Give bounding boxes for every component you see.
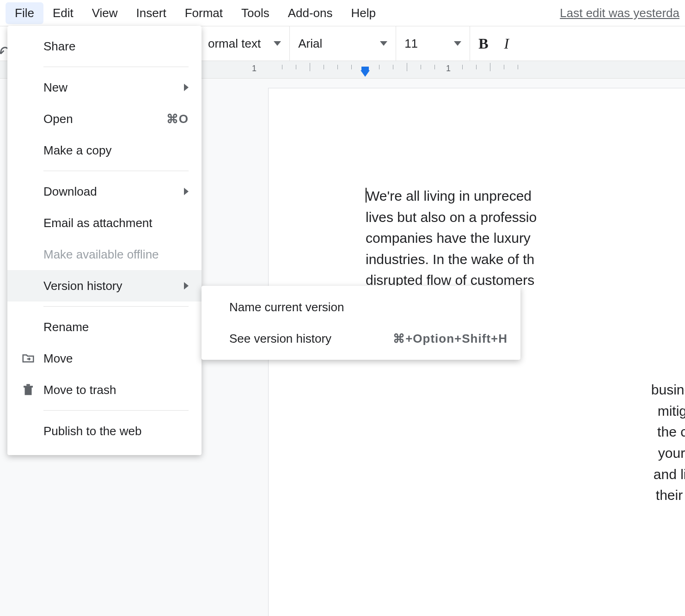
chevron-down-icon xyxy=(454,41,461,46)
menuitem-see-version-history[interactable]: See version history ⌘+Option+Shift+H xyxy=(202,323,520,354)
menuitem-shortcut: ⌘O xyxy=(166,112,189,126)
file-dropdown: Share New Open ⌘O Make a copy Download E… xyxy=(7,26,202,455)
submenu-arrow-icon xyxy=(184,282,189,290)
menuitem-publish-web[interactable]: Publish to the web xyxy=(7,415,202,447)
ruler-mark: 1 xyxy=(252,64,257,74)
version-history-submenu: Name current version See version history… xyxy=(202,286,520,360)
menuitem-label: Publish to the web xyxy=(43,424,141,438)
menu-format[interactable]: Format xyxy=(176,2,232,24)
menuitem-move-trash[interactable]: Move to trash xyxy=(7,374,202,406)
menuitem-email-attachment[interactable]: Email as attachment xyxy=(7,207,202,239)
menuitem-label: New xyxy=(43,80,67,95)
chevron-down-icon xyxy=(274,41,281,46)
menuitem-make-offline: Make available offline xyxy=(7,239,202,270)
menu-help[interactable]: Help xyxy=(342,2,385,24)
font-size-label: 11 xyxy=(404,37,418,51)
menuitem-move[interactable]: Move xyxy=(7,343,202,374)
menuitem-name-current-version[interactable]: Name current version xyxy=(202,291,520,323)
menuitem-make-copy[interactable]: Make a copy xyxy=(7,135,202,166)
menuitem-label: Email as attachment xyxy=(43,216,153,230)
menu-separator xyxy=(43,306,189,307)
bold-button[interactable]: B xyxy=(478,35,488,52)
indent-marker-icon[interactable] xyxy=(361,70,370,77)
italic-button[interactable]: I xyxy=(504,35,509,52)
font-size-select[interactable]: 11 xyxy=(396,26,470,61)
menuitem-label: Make available offline xyxy=(43,247,159,262)
font-family-select[interactable]: Arial xyxy=(290,26,396,61)
svg-rect-1 xyxy=(24,386,33,388)
menuitem-label: Rename xyxy=(43,320,89,334)
menuitem-label: Make a copy xyxy=(43,143,111,158)
menuitem-rename[interactable]: Rename xyxy=(7,311,202,343)
svg-rect-0 xyxy=(25,388,32,395)
menuitem-label: Move xyxy=(43,351,73,366)
menuitem-label: Name current version xyxy=(229,300,344,314)
paragraph-style-label: ormal text xyxy=(208,37,261,51)
menu-bar: File Edit View Insert Format Tools Add-o… xyxy=(0,0,685,26)
menuitem-label: Share xyxy=(43,39,75,54)
menu-separator xyxy=(43,410,189,411)
menuitem-label: Download xyxy=(43,185,97,199)
menuitem-label: Open xyxy=(43,112,73,126)
menuitem-label: Move to trash xyxy=(43,383,116,397)
menuitem-label: Version history xyxy=(43,279,122,293)
menu-separator xyxy=(43,67,189,67)
menuitem-new[interactable]: New xyxy=(7,72,202,103)
document-paragraph: We're all living in unpreced lives but a… xyxy=(366,188,537,288)
chevron-down-icon xyxy=(380,41,387,46)
submenu-arrow-icon xyxy=(184,188,189,195)
last-edit-link[interactable]: Last edit was yesterda xyxy=(560,6,679,20)
move-folder-icon xyxy=(21,351,35,365)
menuitem-version-history[interactable]: Version history xyxy=(7,270,202,302)
menuitem-label: See version history xyxy=(229,332,331,346)
document-paragraph: ne the businesses have already ac mitiga… xyxy=(651,340,685,503)
trash-icon xyxy=(21,383,35,397)
menuitem-shortcut: ⌘+Option+Shift+H xyxy=(393,332,508,346)
menu-file[interactable]: File xyxy=(6,2,43,24)
menuitem-download[interactable]: Download xyxy=(7,176,202,207)
menu-view[interactable]: View xyxy=(83,2,127,24)
menu-tools[interactable]: Tools xyxy=(232,2,279,24)
menuitem-share[interactable]: Share xyxy=(7,31,202,62)
menuitem-open[interactable]: Open ⌘O xyxy=(7,103,202,135)
ruler-mark: 1 xyxy=(446,64,451,74)
svg-rect-2 xyxy=(26,384,30,386)
menu-addons[interactable]: Add-ons xyxy=(279,2,342,24)
menu-edit[interactable]: Edit xyxy=(43,2,83,24)
font-family-label: Arial xyxy=(298,37,322,51)
submenu-arrow-icon xyxy=(184,84,189,91)
menu-insert[interactable]: Insert xyxy=(127,2,176,24)
paragraph-style-select[interactable]: ormal text xyxy=(200,26,290,61)
menu-separator xyxy=(43,171,189,171)
